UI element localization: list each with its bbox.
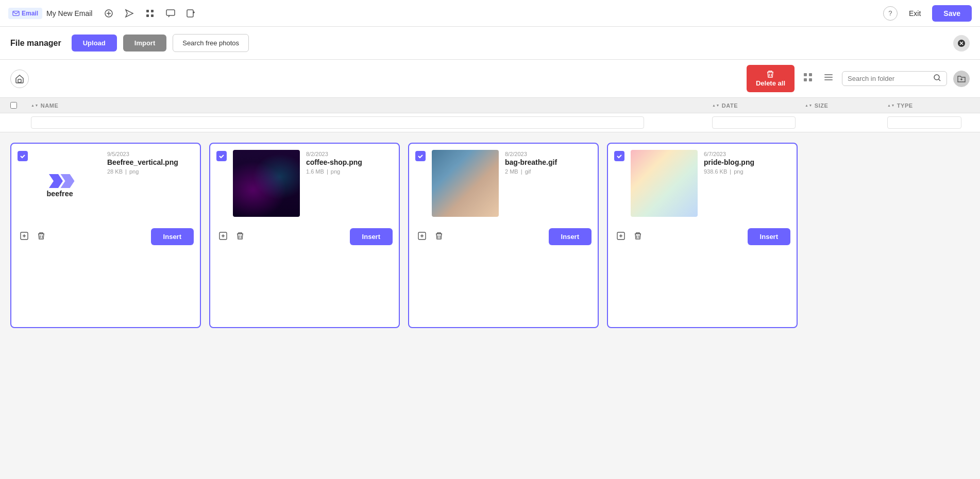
check-icon	[20, 153, 26, 159]
delete-button-coffeeshop[interactable]	[234, 230, 246, 244]
add-block-icon-btn[interactable]	[183, 5, 199, 22]
file-checkbox-bag[interactable]	[415, 151, 426, 161]
svg-point-18	[934, 75, 939, 80]
send-icon	[124, 8, 134, 19]
svg-rect-17	[824, 79, 833, 80]
beefree-logo-svg: beefree	[44, 169, 91, 197]
file-card-top-pride: 6/7/2023 pride-blog.png 938.6 KB | png	[608, 144, 797, 223]
file-meta-coffeeshop: 1.6 MB | png	[306, 168, 393, 175]
filter-row	[0, 113, 980, 132]
svg-rect-16	[824, 77, 833, 78]
file-card-pride: 6/7/2023 pride-blog.png 938.6 KB | png I…	[607, 143, 798, 328]
date-filter-input[interactable]	[712, 116, 796, 129]
svg-rect-13	[804, 78, 807, 81]
search-folder-wrapper	[842, 71, 947, 86]
trash-icon	[634, 232, 642, 240]
size-sort-icon: ▲▼	[805, 104, 813, 107]
select-all-checkbox[interactable]	[10, 102, 17, 109]
expand-icon	[20, 231, 29, 241]
delete-all-button[interactable]: Delete all	[747, 65, 795, 92]
name-sort-icon: ▲▼	[31, 104, 39, 107]
name-filter-input[interactable]	[31, 116, 644, 129]
file-date-bag: 8/2/2023	[505, 151, 592, 157]
insert-button-bag[interactable]: Insert	[549, 228, 592, 245]
file-info-bag: 8/2/2023 bag-breathe.gif 2 MB | gif	[505, 150, 592, 175]
insert-button-coffeeshop[interactable]: Insert	[350, 228, 393, 245]
name-col-header[interactable]: ▲▼ NAME	[31, 102, 712, 109]
file-checkbox-coffeeshop[interactable]	[216, 151, 227, 161]
add-folder-button[interactable]	[953, 71, 970, 87]
type-filter-input[interactable]	[887, 116, 961, 129]
view-grid-button[interactable]	[801, 70, 815, 87]
document-title: My New Email	[46, 9, 92, 18]
close-icon	[957, 39, 966, 47]
file-meta-bag: 2 MB | gif	[505, 168, 592, 175]
file-date-pride: 6/7/2023	[704, 151, 790, 157]
layers-icon-btn[interactable]	[100, 5, 117, 22]
svg-marker-19	[49, 174, 63, 188]
save-button[interactable]: Save	[932, 5, 972, 22]
file-date-beefree: 9/5/2023	[107, 151, 194, 157]
svg-rect-12	[809, 73, 812, 76]
delete-button-bag[interactable]	[433, 230, 445, 244]
search-folder-button[interactable]	[933, 74, 941, 83]
chat-icon-btn[interactable]	[162, 5, 179, 22]
type-sort-icon: ▲▼	[887, 104, 895, 107]
top-bar: Email My New Email ? Exit	[0, 0, 980, 27]
date-col-header[interactable]: ▲▼ DATE	[712, 102, 805, 109]
preview-button-pride[interactable]	[614, 229, 628, 245]
home-button[interactable]	[10, 70, 29, 88]
check-icon	[218, 153, 225, 159]
svg-rect-11	[804, 73, 807, 76]
exit-button[interactable]: Exit	[902, 6, 928, 21]
svg-rect-10	[18, 79, 21, 82]
preview-button-coffeeshop[interactable]	[216, 229, 230, 245]
file-thumbnail-pride	[631, 150, 698, 217]
file-card-actions-beefree: Insert	[11, 223, 200, 251]
svg-marker-2	[126, 10, 133, 17]
file-thumbnail-bag	[432, 150, 499, 217]
send-icon-btn[interactable]	[121, 5, 138, 22]
check-icon	[616, 153, 622, 159]
layers-icon	[104, 8, 114, 19]
upload-button[interactable]: Upload	[72, 35, 117, 52]
file-info-coffeeshop: 8/2/2023 coffee-shop.png 1.6 MB | png	[306, 150, 393, 175]
file-manager-header: File manager Upload Import Search free p…	[0, 27, 980, 60]
search-folder-input[interactable]	[848, 75, 930, 82]
file-checkbox-beefree[interactable]	[18, 151, 28, 161]
type-col-header[interactable]: ▲▼ TYPE	[887, 102, 970, 109]
insert-button-beefree[interactable]: Insert	[151, 228, 194, 245]
file-card-actions-coffeeshop: Insert	[210, 223, 399, 251]
expand-icon	[417, 231, 427, 241]
search-icon	[933, 74, 941, 82]
size-col-header[interactable]: ▲▼ SIZE	[805, 102, 887, 109]
list-view-icon	[823, 72, 834, 82]
trash-icon	[435, 232, 443, 240]
svg-rect-6	[151, 14, 154, 17]
grid-icon-btn[interactable]	[142, 5, 158, 22]
file-meta-pride: 938.6 KB | png	[704, 168, 790, 175]
view-list-button[interactable]	[821, 70, 836, 87]
svg-rect-7	[166, 10, 175, 15]
import-button[interactable]: Import	[123, 35, 166, 52]
chat-icon	[165, 8, 176, 19]
home-icon	[15, 74, 24, 83]
help-button[interactable]: ?	[883, 6, 898, 21]
delete-button-pride[interactable]	[632, 230, 644, 244]
add-folder-icon	[957, 74, 966, 83]
insert-button-pride[interactable]: Insert	[748, 228, 790, 245]
file-name-bag: bag-breathe.gif	[505, 158, 592, 166]
file-manager-title: File manager	[10, 39, 61, 48]
file-card-top-beefree: beefree 9/5/2023 Beefree_vertical.png 28…	[11, 144, 200, 223]
close-file-manager-button[interactable]	[953, 35, 970, 52]
grid-icon	[145, 8, 155, 19]
trash-icon	[236, 232, 244, 240]
file-name-beefree: Beefree_vertical.png	[107, 158, 194, 166]
file-checkbox-pride[interactable]	[614, 151, 624, 161]
preview-button-bag[interactable]	[415, 229, 429, 245]
delete-button-beefree[interactable]	[35, 230, 47, 244]
search-free-photos-button[interactable]: Search free photos	[173, 34, 249, 52]
file-name-coffeeshop: coffee-shop.png	[306, 158, 393, 166]
file-name-pride: pride-blog.png	[704, 158, 790, 166]
preview-button-beefree[interactable]	[18, 229, 31, 245]
